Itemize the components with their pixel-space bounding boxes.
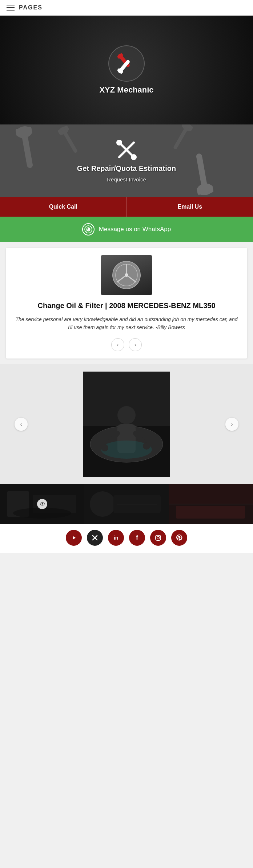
youtube-icon: [71, 535, 77, 541]
hero-brand-name: XYZ Mechanic: [99, 85, 153, 95]
banner-tools-icon: [116, 139, 137, 161]
email-us-button[interactable]: Email Us: [127, 197, 253, 217]
svg-point-51: [41, 503, 43, 505]
gallery-main-container: ‹: [11, 372, 242, 477]
thumbnail-2-overlay: [84, 484, 169, 524]
banner-content: Get Repair/Quota Estimation Request Invo…: [77, 139, 176, 183]
youtube-button[interactable]: [66, 530, 82, 546]
testimonial-next-button[interactable]: ›: [129, 338, 142, 351]
whatsapp-icon: [82, 223, 95, 236]
x-twitter-button[interactable]: [87, 530, 103, 546]
svg-point-39: [117, 406, 136, 424]
quick-call-button[interactable]: Quick Call: [0, 197, 127, 217]
thumbnail-1-overlay: [0, 484, 84, 524]
thumbnail-1[interactable]: [0, 484, 84, 524]
mechanic-image: [83, 372, 170, 477]
thumbnail-row: [0, 484, 253, 524]
whatsapp-label: Message us on WhatsApp: [99, 226, 171, 233]
hero-tools-icon: [114, 51, 139, 76]
thumbnail-3[interactable]: [169, 484, 253, 524]
testimonial-car-title: Change Oil & Filter | 2008 MERCEDES-BENZ…: [13, 301, 240, 310]
mechanic-svg: [83, 372, 170, 477]
repair-banner: Get Repair/Quota Estimation Request Invo…: [0, 124, 253, 197]
hamburger-menu[interactable]: [7, 5, 15, 11]
thumbnail-3-overlay: [169, 484, 253, 524]
testimonial-review-text: The service personal are very knowledgea…: [13, 315, 240, 332]
banner-subtitle: Request Invoice: [107, 176, 146, 183]
pinterest-button[interactable]: [171, 530, 187, 546]
svg-point-35: [125, 273, 128, 277]
eye-icon: [40, 501, 45, 506]
action-buttons-row: Quick Call Email Us: [0, 197, 253, 217]
instagram-icon: [154, 534, 162, 541]
svg-point-45: [143, 442, 150, 450]
gallery-main-image: [83, 372, 170, 477]
hero-logo-circle: [108, 45, 145, 82]
hero-content: XYZ Mechanic: [99, 45, 153, 95]
svg-point-28: [131, 154, 137, 160]
testimonial-prev-button[interactable]: ‹: [111, 338, 124, 351]
gallery-prev-button[interactable]: ‹: [15, 418, 28, 431]
facebook-icon-label: f: [136, 534, 138, 541]
linkedin-button[interactable]: in: [108, 530, 124, 546]
social-section: in f: [0, 524, 253, 553]
svg-marker-60: [73, 536, 76, 540]
car-logo-image: [101, 255, 152, 295]
thumbnail-2[interactable]: [84, 484, 169, 524]
header-title: PAGES: [19, 4, 43, 11]
tools-svg: [114, 51, 139, 76]
whatsapp-svg: [84, 225, 92, 233]
svg-point-44: [101, 444, 108, 451]
pinterest-icon: [176, 534, 182, 541]
header: PAGES: [0, 0, 253, 16]
svg-point-64: [157, 536, 160, 539]
facebook-button[interactable]: f: [129, 530, 145, 546]
whatsapp-button[interactable]: Message us on WhatsApp: [0, 217, 253, 242]
hero-section: XYZ Mechanic: [0, 16, 253, 124]
testimonial-navigation: ‹ ›: [13, 338, 240, 351]
play-icon-1: [37, 499, 47, 509]
gallery-next-button[interactable]: ›: [225, 418, 238, 431]
svg-point-27: [116, 140, 122, 146]
x-icon-svg: [92, 535, 98, 541]
mercedes-star-svg: [112, 261, 141, 290]
gallery-section: ‹: [0, 364, 253, 484]
banner-title: Get Repair/Quota Estimation: [77, 164, 176, 173]
testimonial-section: Change Oil & Filter | 2008 MERCEDES-BENZ…: [6, 248, 247, 359]
car-logo-container: [13, 255, 240, 295]
svg-point-65: [160, 536, 160, 536]
linkedin-icon-label: in: [114, 535, 118, 541]
instagram-button[interactable]: [150, 530, 166, 546]
